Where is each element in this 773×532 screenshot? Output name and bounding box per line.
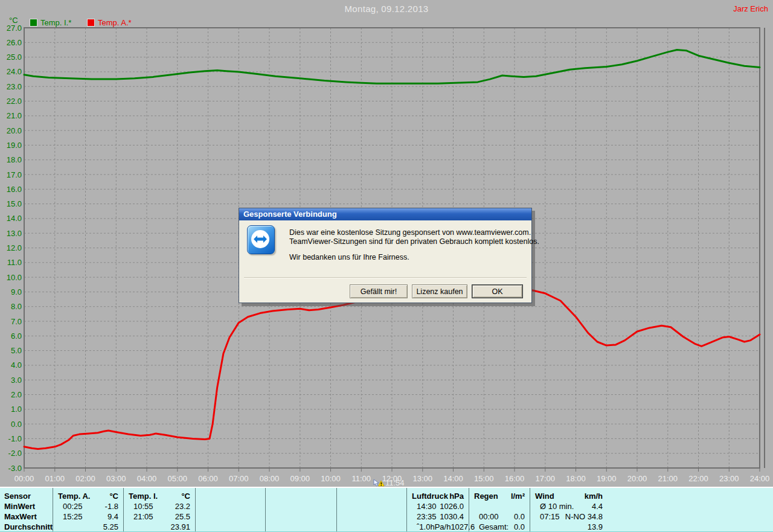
cell-time: 14:30 [417, 502, 437, 511]
svg-text:8.0: 8.0 [11, 302, 22, 311]
cell-value: 9.4 [107, 512, 118, 521]
svg-text:08:00: 08:00 [260, 474, 280, 483]
teamviewer-sponsored-dialog: Gesponserte Verbindung Dies war eine kos… [239, 208, 532, 303]
svg-text:22:00: 22:00 [688, 474, 708, 483]
svg-text:-1.0: -1.0 [8, 434, 22, 443]
column-name: Temp. I. [129, 492, 158, 501]
column-unit: km/h [585, 492, 603, 501]
svg-text:22.0: 22.0 [7, 97, 22, 106]
column-unit: hPa [449, 492, 464, 501]
svg-text:3.0: 3.0 [11, 376, 22, 385]
svg-text:06:00: 06:00 [198, 474, 218, 483]
cell-time: 15:25 [63, 512, 83, 521]
svg-text:00:00: 00:00 [14, 474, 34, 483]
status-row-label: MaxWert [0, 511, 53, 522]
cell-time: 21:05 [133, 512, 153, 521]
buy-license-button[interactable]: Lizenz kaufen [412, 284, 467, 298]
dialog-title: Gesponserte Verbindung [243, 210, 337, 219]
svg-text:24.0: 24.0 [7, 67, 22, 76]
svg-text:13:00: 13:00 [413, 474, 433, 483]
svg-text:7.0: 7.0 [11, 317, 22, 326]
svg-text:9.0: 9.0 [11, 287, 22, 296]
ok-button[interactable]: OK [472, 284, 523, 298]
status-column-temp-a: Temp. A.°C00:25-1.815:259.45.25 [53, 488, 124, 531]
svg-text:09:00: 09:00 [290, 474, 310, 483]
svg-text:26.0: 26.0 [7, 38, 22, 47]
svg-text:12.0: 12.0 [7, 243, 22, 252]
status-column-empty [196, 488, 266, 531]
column-name: Temp. A. [58, 492, 90, 501]
cell-time: 23:35 [417, 512, 437, 521]
svg-text:11:00: 11:00 [352, 474, 371, 483]
current-time-marker: 11:54 [373, 478, 405, 487]
weather-app-window: Montag, 09.12.2013 Jarz Erich °C Temp. I… [0, 0, 773, 532]
column-unit: °C [109, 492, 118, 501]
cell-value: 25.5 [175, 512, 190, 521]
column-name: Regen [474, 492, 498, 501]
cell-time: Ø 10 min. [540, 502, 574, 511]
svg-text:18.0: 18.0 [7, 155, 22, 164]
svg-text:25.0: 25.0 [7, 53, 22, 62]
svg-text:-2.0: -2.0 [8, 449, 22, 458]
svg-text:02:00: 02:00 [75, 474, 95, 483]
cell-value: N-NO 34.8 [565, 512, 603, 521]
cell-value: 4.4 [592, 502, 603, 511]
svg-text:03:00: 03:00 [106, 474, 126, 483]
cell-time: 10:55 [133, 502, 153, 511]
svg-text:21.0: 21.0 [7, 111, 22, 120]
status-column-temp-i: Temp. I.°C10:5523.221:0525.523.91 [124, 488, 196, 531]
svg-text:19:00: 19:00 [597, 474, 617, 483]
cell-value: 1026.0 [440, 502, 464, 511]
status-column-labels: SensorMinWertMaxWertDurchschnitt [0, 488, 53, 531]
svg-text:05:00: 05:00 [168, 474, 188, 483]
svg-text:15:00: 15:00 [474, 474, 494, 483]
svg-text:24:00: 24:00 [750, 474, 770, 483]
status-column-empty [337, 488, 407, 531]
double-arrow-icon [253, 234, 268, 244]
dialog-text-line-1: Dies war eine kostenlose Sitzung gespons… [289, 228, 531, 237]
cell-value: 23.91 [170, 522, 190, 531]
svg-text:14.0: 14.0 [7, 214, 22, 223]
svg-text:01:00: 01:00 [45, 474, 65, 483]
teamviewer-icon [247, 225, 275, 254]
column-name: Luftdruck [412, 492, 448, 501]
svg-text:13.0: 13.0 [7, 229, 22, 238]
svg-text:14:00: 14:00 [443, 474, 463, 483]
svg-text:5.0: 5.0 [11, 346, 22, 355]
cell-value: 0.0 [514, 512, 525, 521]
cell-time: 00:00 [479, 512, 499, 521]
svg-text:6.0: 6.0 [11, 332, 22, 341]
svg-text:0.0: 0.0 [11, 420, 22, 429]
cell-time: ˆ1.0hPa/h [417, 522, 451, 531]
svg-text:20.0: 20.0 [7, 126, 22, 135]
svg-text:23.0: 23.0 [7, 82, 22, 91]
svg-text:10:00: 10:00 [321, 474, 341, 483]
status-row-label: Durchschnitt [0, 522, 53, 532]
svg-text:1.0: 1.0 [11, 405, 22, 414]
svg-text:17:00: 17:00 [536, 474, 556, 483]
svg-text:07:00: 07:00 [229, 474, 249, 483]
svg-text:4.0: 4.0 [11, 361, 22, 370]
y-axis-tick-labels: 27.026.025.024.023.022.021.020.019.018.0… [7, 24, 22, 473]
svg-text:16.0: 16.0 [7, 185, 22, 194]
cell-value: 23.2 [175, 502, 190, 511]
cell-value: 1030.4 [440, 512, 464, 521]
like-button[interactable]: Gefällt mir! [350, 284, 408, 298]
column-name: Wind [535, 492, 554, 501]
svg-text:21:00: 21:00 [658, 474, 678, 483]
svg-text:16:00: 16:00 [505, 474, 525, 483]
sensor-status-table: SensorMinWertMaxWertDurchschnittTemp. A.… [0, 487, 773, 532]
cell-value: 13.9 [588, 522, 603, 531]
status-column-empty [266, 488, 337, 531]
cell-value: 0.0 [514, 522, 525, 531]
cell-value: 5.25 [103, 522, 118, 531]
svg-text:17.0: 17.0 [7, 170, 22, 179]
svg-text:2.0: 2.0 [11, 390, 22, 399]
svg-text:20:00: 20:00 [627, 474, 647, 483]
dialog-text-line-3: Wir bedanken uns für Ihre Fairness. [289, 253, 409, 261]
dialog-titlebar[interactable]: Gesponserte Verbindung [239, 208, 531, 220]
svg-text:-3.0: -3.0 [8, 464, 22, 473]
svg-text:19.0: 19.0 [7, 141, 22, 150]
cell-time: Gesamt: [479, 522, 508, 531]
status-row-label: Sensor [0, 491, 53, 501]
